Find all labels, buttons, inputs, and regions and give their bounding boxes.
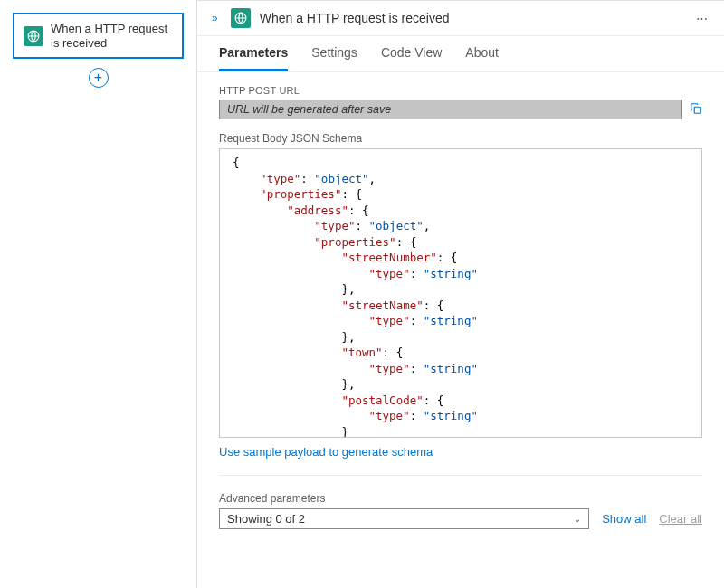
trigger-card[interactable]: When a HTTP request is received [13, 13, 184, 59]
copy-url-button[interactable] [690, 102, 702, 118]
schema-editor[interactable]: { "type": "object", "properties": { "add… [219, 148, 702, 438]
plus-icon: + [94, 70, 102, 86]
advanced-parameters-select[interactable]: Showing 0 of 2 ⌄ [219, 508, 589, 529]
tab-about[interactable]: About [465, 45, 499, 71]
svg-rect-2 [694, 107, 700, 113]
designer-canvas: When a HTTP request is received + [0, 0, 197, 588]
tab-settings[interactable]: Settings [311, 45, 357, 71]
panel-title: When a HTTP request is received [260, 11, 450, 25]
chevron-down-icon: ⌄ [574, 514, 581, 524]
tab-code-view[interactable]: Code View [381, 45, 442, 71]
chevron-double-right-icon: » [212, 12, 218, 24]
parameters-content: HTTP POST URL URL will be generated afte… [197, 72, 724, 588]
show-all-link[interactable]: Show all [602, 512, 646, 526]
http-globe-icon [231, 8, 251, 28]
schema-label: Request Body JSON Schema [219, 132, 702, 145]
details-panel: » When a HTTP request is received ⋯ Para… [197, 0, 724, 588]
section-divider [219, 475, 702, 476]
add-step-button[interactable]: + [89, 68, 109, 88]
more-horizontal-icon: ⋯ [696, 12, 708, 25]
http-post-url-field: URL will be generated after save [219, 100, 682, 119]
use-sample-payload-link[interactable]: Use sample payload to generate schema [219, 445, 433, 459]
panel-header: » When a HTTP request is received ⋯ [197, 1, 724, 36]
http-post-url-label: HTTP POST URL [219, 85, 702, 96]
copy-icon [690, 102, 702, 115]
tab-parameters[interactable]: Parameters [219, 45, 288, 71]
trigger-card-title: When a HTTP request is received [51, 22, 173, 50]
clear-all-link[interactable]: Clear all [659, 512, 702, 526]
more-options-button[interactable]: ⋯ [691, 10, 713, 27]
collapse-panel-button[interactable]: » [208, 10, 222, 26]
http-globe-icon [24, 26, 43, 46]
advanced-parameters-selected: Showing 0 of 2 [227, 512, 305, 526]
advanced-parameters-label: Advanced parameters [219, 492, 702, 505]
tabs: Parameters Settings Code View About [197, 36, 724, 72]
